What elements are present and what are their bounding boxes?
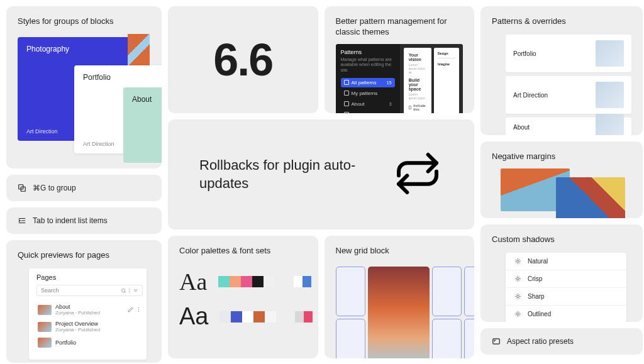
svg-rect-45 xyxy=(493,339,500,344)
color-swatch xyxy=(303,276,311,287)
card-title: Styles for groups of blocks xyxy=(18,16,150,26)
override-thumb xyxy=(596,40,624,67)
shadow-option[interactable]: Sharp xyxy=(506,288,626,306)
overrides-card: Patterns & overrides PortfolioArt Direct… xyxy=(480,6,643,135)
pm-sidebar: Patterns Manage what patterns are availa… xyxy=(336,44,400,113)
svg-line-35 xyxy=(519,294,520,295)
palette-pair xyxy=(295,311,313,323)
svg-point-9 xyxy=(517,260,519,263)
svg-point-18 xyxy=(517,278,519,280)
pm-sidebar-item[interactable]: Footers xyxy=(341,110,395,113)
pm-sidebar-item[interactable]: My patterns xyxy=(341,89,395,98)
svg-point-27 xyxy=(517,295,519,298)
svg-line-33 xyxy=(519,298,520,299)
rollback-text: Rollbacks for plugin auto-updates xyxy=(199,157,392,192)
grid-cell xyxy=(432,319,462,358)
svg-line-25 xyxy=(516,280,516,281)
page-thumb xyxy=(38,322,52,332)
page-row[interactable]: Project OverviewZoryana · Published xyxy=(36,318,143,335)
grid-cell xyxy=(464,319,474,358)
quick-previews-card: Quick previews for pages Pages Search | … xyxy=(6,240,162,363)
color-swatch xyxy=(218,276,230,287)
cycle-arrows-icon xyxy=(392,148,443,201)
card-title: New grid block xyxy=(336,246,464,255)
edit-icon[interactable] xyxy=(128,307,133,312)
pages-panel: Pages Search | AboutZoryana · Published⋮… xyxy=(29,268,147,360)
svg-point-36 xyxy=(517,313,519,316)
grid-cell xyxy=(336,267,366,316)
pm-preview-narrow: Design Imagine xyxy=(434,48,459,113)
svg-point-5 xyxy=(121,289,125,292)
sun-icon xyxy=(514,275,521,282)
card-title: Patterns & overrides xyxy=(492,16,631,26)
page-row[interactable]: Portfolio xyxy=(36,335,143,350)
sun-icon xyxy=(514,293,521,300)
shadow-option[interactable]: Outlined xyxy=(506,306,626,322)
search-input[interactable]: Search | xyxy=(36,285,143,296)
shadow-option[interactable]: Natural xyxy=(506,253,626,270)
page-thumb xyxy=(38,305,52,315)
svg-line-24 xyxy=(519,280,520,281)
svg-line-16 xyxy=(516,263,516,263)
override-item[interactable]: Art Direction xyxy=(506,76,631,114)
pm-sidebar-item[interactable]: All patterns15 xyxy=(341,78,395,87)
svg-line-34 xyxy=(516,298,516,299)
override-thumb xyxy=(596,82,624,108)
shadow-option[interactable]: Crisp xyxy=(506,270,626,288)
svg-line-26 xyxy=(519,277,520,277)
shadow-list: NaturalCrispSharpOutlined xyxy=(506,253,626,322)
aspect-ratio-icon xyxy=(492,337,501,346)
color-swatch xyxy=(231,311,242,323)
version-number: 6.6 xyxy=(213,34,272,85)
color-swatch xyxy=(230,276,241,287)
pattern-management-card: Better pattern management for classic th… xyxy=(325,6,475,113)
card-title: Negative margins xyxy=(492,152,631,161)
pm-preview-doc: Your visionLorem ipsum dolor sit Build y… xyxy=(404,48,431,113)
pm-sidebar-item[interactable]: About3 xyxy=(341,99,395,109)
color-swatch xyxy=(295,311,304,323)
pages-header: Pages xyxy=(36,273,143,281)
palette-row xyxy=(218,276,275,287)
search-icon xyxy=(121,288,126,294)
palette-card: Color palettes & font sets Aa Aa xyxy=(168,236,318,358)
tab-indent-card: Tab to indent list items xyxy=(6,207,162,234)
grid-cell xyxy=(432,267,462,316)
grid-cell xyxy=(336,319,366,358)
color-swatch xyxy=(294,276,303,287)
filter-icon[interactable] xyxy=(133,288,138,294)
stack-card-about: About xyxy=(123,87,162,163)
font-sample-sans: Aa xyxy=(179,303,208,330)
override-item[interactable]: Portfolio xyxy=(506,35,631,72)
svg-line-6 xyxy=(125,292,126,293)
svg-line-23 xyxy=(516,277,516,277)
group-shortcut-card: ⌘G to group xyxy=(6,175,162,201)
color-swatch xyxy=(264,276,275,287)
color-swatch xyxy=(219,311,231,323)
svg-line-44 xyxy=(519,312,520,312)
grid-preview xyxy=(336,267,464,358)
color-swatch xyxy=(241,276,252,287)
card-title: Custom shadows xyxy=(492,234,631,244)
grid-cell xyxy=(464,267,474,316)
styles-groups-card: Styles for groups of blocks Photography … xyxy=(6,6,162,168)
card-title: Quick previews for pages xyxy=(18,250,150,260)
neg-margin-preview xyxy=(501,168,631,216)
page-thumb xyxy=(38,338,52,348)
override-item[interactable]: About xyxy=(506,118,631,135)
page-row[interactable]: AboutZoryana · Published⋮ xyxy=(36,301,143,318)
color-swatch xyxy=(265,311,276,323)
sun-icon xyxy=(514,311,521,317)
list-indent-icon xyxy=(18,216,26,225)
more-icon[interactable]: ⋮ xyxy=(136,307,142,313)
svg-line-17 xyxy=(519,259,520,260)
sun-icon xyxy=(514,258,521,265)
styles-stack: Photography Art Direction Portfolio Art … xyxy=(18,37,150,163)
grid-block-card: New grid block xyxy=(325,236,475,358)
svg-line-32 xyxy=(516,294,516,295)
color-swatch xyxy=(252,276,264,287)
stack-img-icon xyxy=(128,34,150,65)
color-swatch xyxy=(253,311,265,323)
shadows-card: Custom shadows NaturalCrispSharpOutlined xyxy=(480,224,643,322)
image-b xyxy=(556,177,625,218)
group-icon xyxy=(18,184,26,192)
